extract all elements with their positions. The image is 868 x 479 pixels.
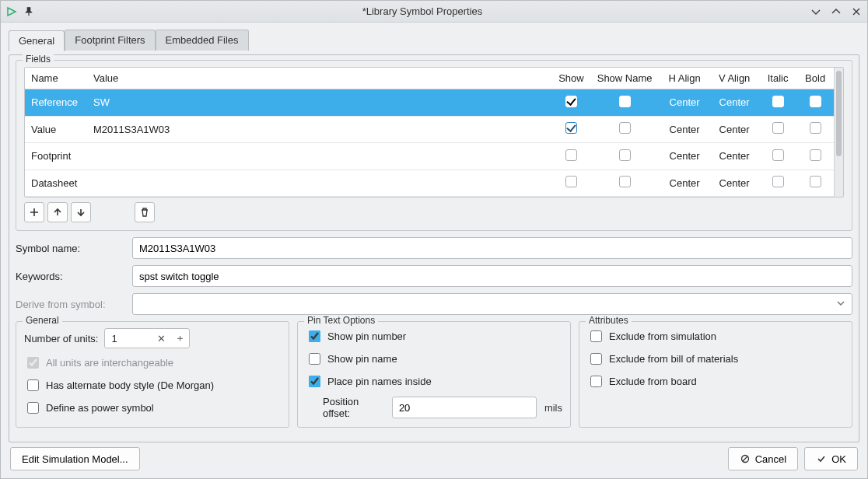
units-increment-icon[interactable]: ＋ [170,329,189,348]
checkbox-icon[interactable] [772,96,784,107]
fields-table[interactable]: Name Value Show Show Name H Align V Alig… [25,68,834,197]
close-icon[interactable] [850,5,863,18]
power-symbol-checkbox[interactable]: Define as power symbol [24,400,281,416]
tab-embedded-files[interactable]: Embedded Files [156,30,249,51]
col-v-align[interactable]: V Align [709,68,759,89]
svg-line-2 [743,456,747,461]
exclude-bom-input[interactable] [590,353,602,365]
ok-icon [816,453,827,464]
fields-legend: Fields [23,54,54,65]
keywords-input[interactable] [132,265,852,287]
power-symbol-input[interactable] [27,402,39,414]
fields-table-scroll: Name Value Show Show Name H Align V Alig… [24,67,844,198]
show-pin-number-input[interactable] [309,330,320,342]
exclude-board-input[interactable] [590,376,602,387]
table-header-row: Name Value Show Show Name H Align V Alig… [25,68,834,89]
checkbox-icon[interactable] [810,176,821,187]
dialog-window: *Library Symbol Properties General Footp… [0,0,868,479]
fields-tbody: ReferenceSWCenterCenterValueM2011S3A1W03… [25,89,834,197]
col-value[interactable]: Value [87,68,552,89]
checkbox-icon[interactable] [810,122,821,134]
units-interchangeable-input [27,357,39,369]
units-value: 1 [105,333,152,344]
units-clear-icon[interactable]: ✕ [152,329,170,348]
checkbox-icon[interactable] [810,96,821,107]
pin-icon[interactable] [23,5,35,18]
col-bold[interactable]: Bold [796,68,834,89]
general-group: General Number of units: 1 ✕ ＋ All units… [16,321,289,428]
keywords-label: Keywords: [16,271,124,282]
delete-row-button[interactable] [135,202,155,222]
checkbox-icon[interactable] [619,122,631,134]
units-interchangeable-checkbox: All units are interchangeable [24,355,281,371]
units-spinner[interactable]: 1 ✕ ＋ [104,328,190,348]
col-h-align[interactable]: H Align [660,68,709,89]
tab-panel-general: Fields Name Value Show Show Nam [9,54,859,442]
vertical-scrollbar[interactable] [834,68,843,197]
lower-groups: General Number of units: 1 ✕ ＋ All units… [16,321,852,428]
pin-text-group: Pin Text Options Show pin number Show pi… [297,321,571,428]
checkbox-icon[interactable] [565,176,577,187]
symbol-name-input[interactable] [132,237,852,259]
fields-row-toolbar [24,202,844,222]
alt-body-checkbox[interactable]: Has alternate body style (De Morgan) [24,377,281,393]
symbol-form: Symbol name: Keywords: Derive from symbo… [16,237,852,315]
col-show[interactable]: Show [552,68,590,89]
units-label: Number of units: [24,333,98,344]
position-offset-unit: mils [544,402,562,414]
checkbox-icon[interactable] [619,176,631,187]
table-row[interactable]: ReferenceSWCenterCenter [25,89,834,117]
cancel-icon [740,453,751,464]
titlebar: *Library Symbol Properties [1,1,867,23]
checkbox-icon[interactable] [810,149,821,161]
checkbox-icon[interactable] [565,96,577,107]
col-name[interactable]: Name [25,68,87,89]
pin-text-legend: Pin Text Options [304,315,378,326]
position-offset-input[interactable] [392,397,537,418]
move-down-button[interactable] [71,202,91,222]
checkbox-icon[interactable] [772,149,784,161]
tab-footprint-filters[interactable]: Footprint Filters [65,30,155,51]
place-names-inside-input[interactable] [309,376,320,387]
attributes-legend: Attributes [586,315,632,326]
checkbox-icon[interactable] [619,149,631,161]
table-row[interactable]: ValueM2011S3A1W03CenterCenter [25,116,834,143]
tab-label: General [19,35,54,47]
maximize-icon[interactable] [830,5,842,18]
checkbox-icon[interactable] [565,122,577,134]
checkbox-icon[interactable] [619,96,631,107]
show-pin-number-checkbox[interactable]: Show pin number [306,328,562,344]
add-row-button[interactable] [24,202,44,222]
exclude-sim-input[interactable] [590,330,602,342]
dialog-button-bar: Edit Simulation Model... Cancel OK [9,447,859,470]
exclude-bom-checkbox[interactable]: Exclude from bill of materials [587,351,844,367]
exclude-board-checkbox[interactable]: Exclude from board [587,373,844,390]
move-up-button[interactable] [47,202,68,222]
exclude-sim-checkbox[interactable]: Exclude from simulation [587,328,844,344]
minimize-icon[interactable] [810,5,822,18]
derive-select[interactable] [132,293,852,315]
app-icon [5,5,18,18]
checkbox-icon[interactable] [772,176,784,187]
checkbox-icon[interactable] [565,149,577,161]
chevron-down-icon [836,299,845,310]
alt-body-input[interactable] [27,379,39,391]
tab-label: Embedded Files [166,34,239,46]
col-show-name[interactable]: Show Name [590,68,660,89]
edit-simulation-button[interactable]: Edit Simulation Model... [10,447,140,470]
derive-label: Derive from symbol: [16,299,124,310]
fields-group: Fields Name Value Show Show Nam [16,60,852,231]
place-names-inside-checkbox[interactable]: Place pin names inside [306,373,562,390]
table-row[interactable]: DatasheetCenterCenter [25,170,834,197]
col-italic[interactable]: Italic [759,68,796,89]
tab-general[interactable]: General [9,30,65,51]
general-legend: General [23,315,62,326]
show-pin-name-input[interactable] [309,353,320,365]
table-row[interactable]: FootprintCenterCenter [25,143,834,170]
checkbox-icon[interactable] [772,122,784,134]
ok-button[interactable]: OK [804,447,858,470]
tab-label: Footprint Filters [75,34,145,46]
cancel-button[interactable]: Cancel [728,447,798,470]
show-pin-name-checkbox[interactable]: Show pin name [306,351,562,367]
position-offset-label: Position offset: [323,396,384,419]
